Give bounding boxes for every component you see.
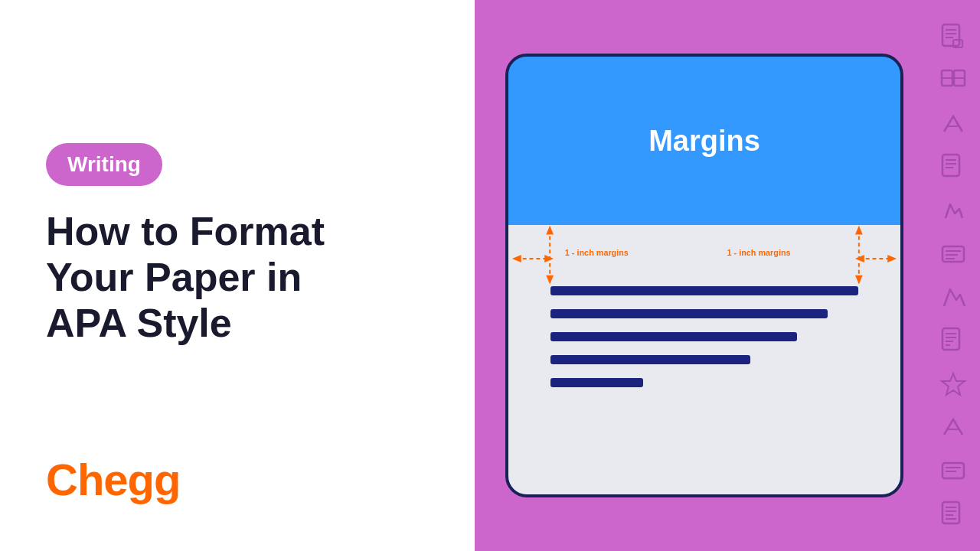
svg-marker-4 (855, 226, 863, 235)
svg-rect-23 (942, 155, 959, 176)
bg-icon-10 (936, 410, 970, 444)
chegg-text: Chegg (46, 455, 180, 504)
badge-text: Writing (67, 152, 141, 176)
icon-grid-right (926, 0, 980, 551)
bg-icon-4 (936, 150, 970, 184)
content-lines (550, 286, 858, 479)
bg-icon-11 (936, 454, 970, 487)
bg-icon-3 (936, 107, 970, 141)
bg-icon-5 (936, 194, 970, 227)
svg-marker-11 (855, 255, 864, 262)
content-line-4 (550, 355, 750, 364)
svg-marker-1 (546, 226, 554, 235)
svg-marker-10 (887, 255, 897, 262)
content-line-3 (550, 332, 797, 341)
svg-rect-40 (942, 502, 959, 523)
doc-header: Margins (508, 57, 900, 225)
chegg-logo: Chegg (46, 454, 180, 505)
content-line-5 (550, 378, 643, 387)
svg-marker-2 (546, 276, 554, 285)
bg-icon-12 (936, 497, 970, 531)
svg-marker-5 (855, 276, 863, 285)
bg-icon-1 (936, 20, 970, 54)
content-line-1 (550, 286, 858, 295)
svg-marker-7 (512, 255, 521, 262)
svg-text:1 - inch margins: 1 - inch margins (565, 248, 629, 257)
bg-icon-2 (936, 64, 970, 97)
doc-body: 1 - inch margins 1 - inch margins (508, 225, 900, 494)
left-section: Writing How to Format Your Paper in APA … (0, 0, 475, 551)
content-line-2 (550, 309, 828, 318)
bg-icon-6 (936, 237, 970, 271)
right-section: Margins 1 - in (475, 0, 980, 551)
margins-title: Margins (648, 125, 760, 158)
svg-rect-31 (942, 328, 959, 350)
main-title: How to Format Your Paper in APA Style (46, 209, 429, 346)
bg-icon-7 (936, 280, 970, 314)
document-illustration: Margins 1 - in (505, 54, 903, 497)
svg-rect-14 (942, 24, 959, 46)
bg-icon-9 (936, 367, 970, 401)
margin-arrows-svg: 1 - inch margins 1 - inch margins (508, 225, 900, 294)
bg-icon-8 (936, 324, 970, 357)
svg-text:1 - inch margins: 1 - inch margins (727, 248, 791, 257)
svg-marker-8 (544, 255, 554, 262)
writing-badge: Writing (46, 143, 162, 186)
